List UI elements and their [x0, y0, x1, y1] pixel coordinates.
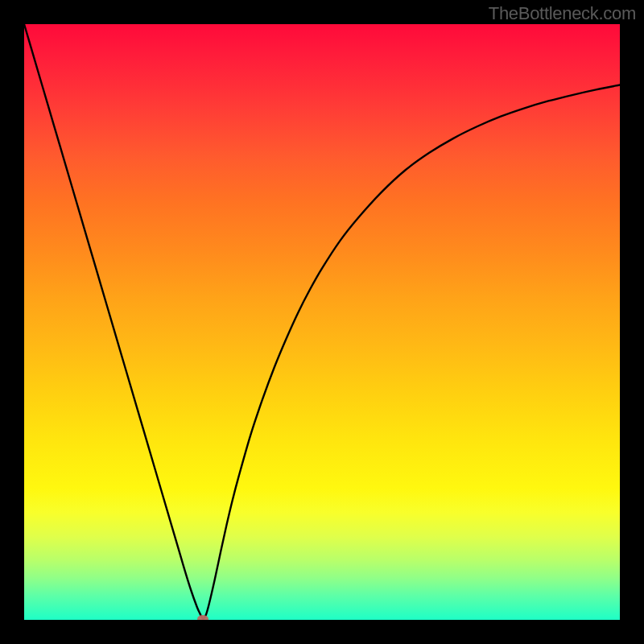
minimum-marker	[197, 615, 208, 620]
curve-svg	[24, 24, 620, 620]
watermark-text: TheBottleneck.com	[489, 3, 636, 24]
bottleneck-curve	[24, 24, 620, 619]
plot-area	[24, 24, 620, 620]
chart-container: TheBottleneck.com	[0, 0, 644, 644]
